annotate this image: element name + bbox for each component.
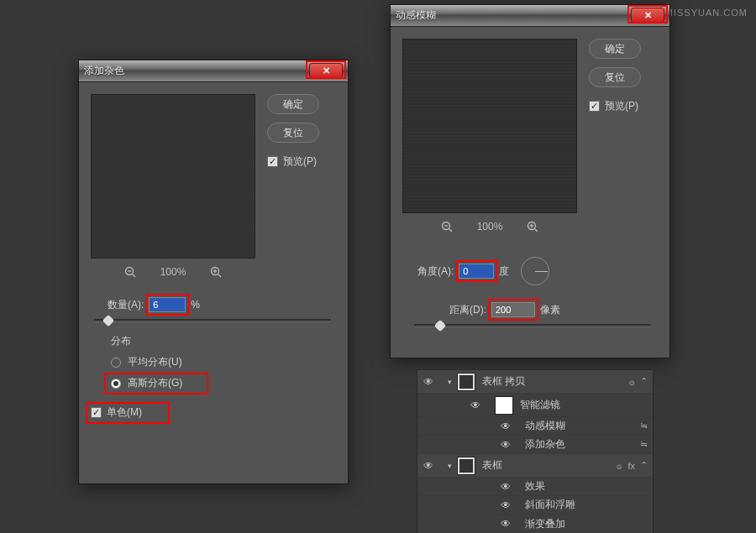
effect-name: 斜面和浮雕	[525, 498, 575, 512]
svg-line-1	[132, 274, 135, 278]
visibility-icon[interactable]: 👁	[500, 439, 512, 451]
distance-input[interactable]	[491, 302, 535, 317]
filter-name: 动感模糊	[525, 419, 565, 433]
zoom-in-icon[interactable]	[526, 220, 539, 233]
zoom-level: 100%	[477, 221, 503, 233]
preview-label: 预览(P)	[605, 99, 638, 113]
dialog-title: 添加杂色	[84, 64, 124, 78]
preview-checkbox[interactable]: ✓	[589, 101, 600, 112]
chevron-icon[interactable]: ⌃	[640, 460, 648, 471]
add-noise-dialog: 添加杂色 ✕ 100% 确定 复位 ✓预览(P) 数量(A):	[78, 60, 349, 484]
close-button[interactable]: ✕	[309, 63, 343, 78]
zoom-out-icon[interactable]	[123, 265, 137, 279]
visibility-icon[interactable]: 👁	[500, 518, 512, 530]
angle-dial[interactable]	[521, 257, 549, 285]
radio-icon	[111, 379, 121, 389]
ok-button[interactable]: 确定	[589, 39, 641, 59]
preview-checkbox[interactable]: ✓	[267, 156, 278, 167]
preview-label: 预览(P)	[283, 154, 317, 169]
visibility-icon[interactable]: 👁	[500, 421, 512, 432]
layers-panel: 👁 ▾ 表框 拷贝 ⌾⌃ 👁 智能滤镜 👁 动感模糊 ≒ 👁 添加杂色 ≒ 👁 …	[417, 369, 654, 533]
reset-button[interactable]: 复位	[589, 67, 641, 87]
mono-checkbox[interactable]: ✓	[91, 407, 102, 418]
amount-input[interactable]	[149, 297, 186, 312]
filter-row[interactable]: 👁 动感模糊 ≒	[417, 417, 653, 436]
svg-line-8	[449, 229, 452, 233]
visibility-icon[interactable]: 👁	[423, 460, 434, 472]
chevron-icon[interactable]: ⌃	[640, 376, 648, 387]
effects-row[interactable]: 👁 效果	[417, 478, 653, 496]
mask-thumb	[495, 396, 513, 415]
visibility-icon[interactable]: 👁	[500, 499, 512, 511]
distribution-label: 分布	[111, 334, 336, 348]
link-icon[interactable]: ⌾	[629, 377, 635, 387]
amount-slider[interactable]	[94, 319, 331, 322]
gaussian-radio-row[interactable]: 高斯分布(G)	[111, 376, 336, 390]
visibility-icon[interactable]: 👁	[470, 400, 481, 411]
layer-row[interactable]: 👁 ▾ 表框 拷贝 ⌾⌃	[417, 370, 653, 394]
layer-name[interactable]: 表框 拷贝	[482, 374, 525, 389]
svg-line-4	[218, 274, 222, 278]
visibility-icon[interactable]: 👁	[500, 481, 512, 493]
filter-name: 添加杂色	[525, 437, 565, 452]
zoom-level: 100%	[160, 266, 186, 278]
preview-area	[402, 39, 577, 213]
distance-label: 距离(D):	[449, 303, 486, 317]
visibility-icon[interactable]: 👁	[423, 376, 434, 388]
mono-label: 单色(M)	[107, 405, 142, 420]
blend-icon[interactable]: ≒	[640, 439, 648, 450]
fx-icon[interactable]: fx	[627, 461, 635, 471]
titlebar[interactable]: 动感模糊 ✕	[391, 5, 669, 27]
amount-unit: %	[191, 299, 200, 311]
layer-name[interactable]: 表框	[482, 458, 502, 473]
effect-name: 渐变叠加	[525, 517, 565, 531]
effects-label: 效果	[525, 479, 545, 494]
uniform-radio-row[interactable]: 平均分布(U)	[111, 355, 336, 369]
expand-icon[interactable]: ▾	[448, 462, 452, 470]
layer-name: 智能滤镜	[520, 398, 560, 412]
svg-line-11	[535, 229, 538, 233]
layer-row[interactable]: 👁 智能滤镜	[417, 394, 653, 417]
link-icon[interactable]: ⌾	[617, 461, 622, 471]
distance-slider[interactable]	[414, 324, 651, 327]
expand-icon[interactable]: ▾	[448, 378, 452, 386]
blend-icon[interactable]: ≒	[640, 421, 648, 431]
radio-icon	[111, 358, 121, 368]
layer-thumb	[457, 373, 475, 391]
effect-row[interactable]: 👁 渐变叠加	[417, 515, 653, 533]
angle-input[interactable]	[459, 264, 494, 279]
distance-unit: 像素	[540, 303, 560, 317]
zoom-in-icon[interactable]	[209, 265, 223, 279]
angle-unit: 度	[499, 264, 509, 279]
amount-label: 数量(A):	[108, 298, 144, 312]
dialog-title: 动感模糊	[396, 8, 436, 23]
ok-button[interactable]: 确定	[267, 94, 319, 114]
angle-label: 角度(A):	[417, 264, 454, 279]
zoom-out-icon[interactable]	[440, 220, 454, 233]
effect-row[interactable]: 👁 斜面和浮雕	[417, 496, 653, 515]
preview-area	[91, 94, 255, 259]
layer-row[interactable]: 👁 ▾ 表框 ⌾fx⌃	[417, 454, 653, 478]
layer-thumb	[457, 457, 475, 475]
titlebar[interactable]: 添加杂色 ✕	[79, 60, 348, 82]
motion-blur-dialog: 动感模糊 ✕ 100% 确定 复位 ✓预览(P) 角度(A):	[390, 4, 670, 358]
reset-button[interactable]: 复位	[267, 123, 319, 143]
filter-row[interactable]: 👁 添加杂色 ≒	[417, 436, 653, 454]
close-button[interactable]: ✕	[631, 8, 664, 23]
